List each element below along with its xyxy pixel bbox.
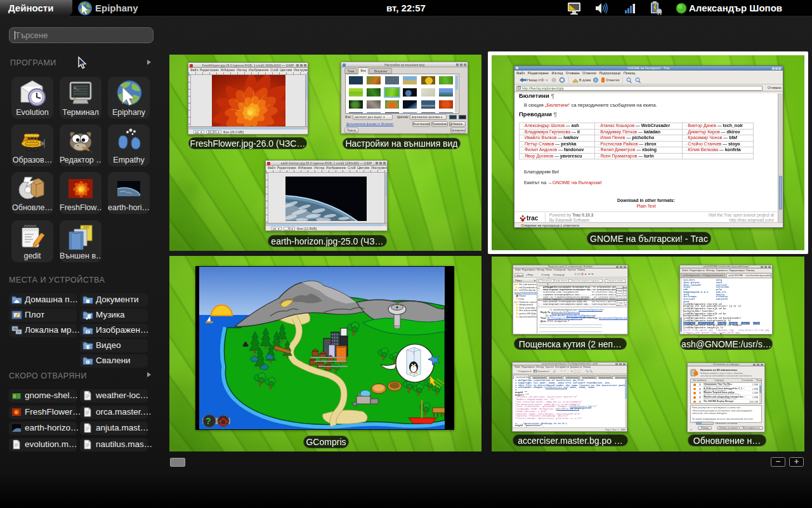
svg-text:▾: ▾ (546, 78, 548, 82)
svg-text:?: ? (206, 416, 211, 426)
svg-text:trac: trac (527, 215, 539, 222)
svg-text:Отметки: Отметки (606, 78, 619, 82)
svg-text:В дома: В дома (579, 78, 591, 82)
svg-text:Назад: Назад (527, 78, 538, 82)
